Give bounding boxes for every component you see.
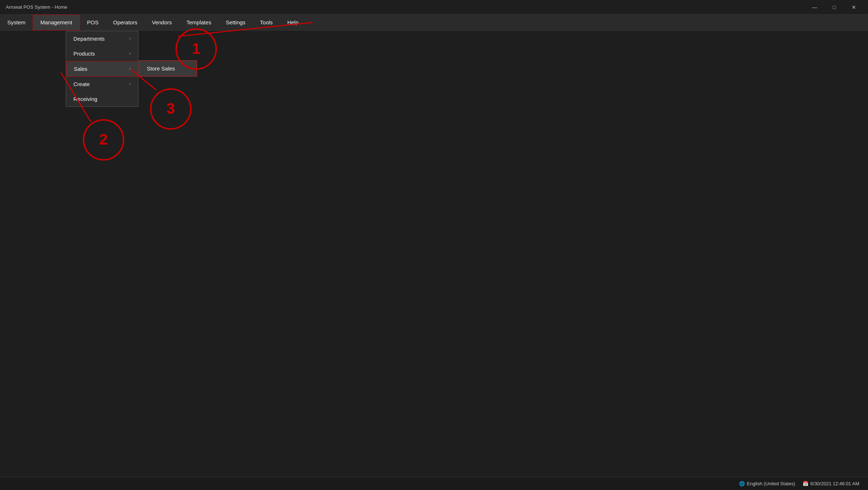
menu-system[interactable]: System	[0, 15, 33, 31]
chevron-right-icon: ›	[129, 66, 130, 71]
dropdown-create[interactable]: Create ›	[66, 77, 138, 92]
status-bar: 🌐 English (United States) 📅 6/30/2021 12…	[0, 477, 868, 490]
title-bar: Arrowat POS System - Home — □ ✕	[0, 0, 868, 15]
menu-tools[interactable]: Tools	[253, 15, 280, 31]
close-button[interactable]: ✕	[845, 2, 862, 13]
menu-pos[interactable]: POS	[80, 15, 106, 31]
datetime-status: 📅 6/30/2021 12:46:01 AM	[803, 481, 859, 486]
window-controls: — □ ✕	[806, 2, 862, 13]
menu-templates[interactable]: Templates	[179, 15, 218, 31]
window-title: Arrowat POS System - Home	[6, 4, 67, 10]
maximize-button[interactable]: □	[826, 2, 843, 13]
menu-operators[interactable]: Operators	[106, 15, 145, 31]
menu-vendors[interactable]: Vendors	[145, 15, 179, 31]
submenu-store-sales[interactable]: Store Sales	[139, 61, 197, 76]
sales-submenu: Store Sales	[139, 60, 197, 77]
language-icon: 🌐	[739, 481, 745, 486]
chevron-right-icon: ›	[129, 51, 131, 56]
calendar-icon: 📅	[803, 481, 808, 486]
menu-management[interactable]: Management Departments › Products › Sale…	[33, 15, 80, 31]
menu-bar: System Management Departments › Products…	[0, 15, 868, 31]
management-dropdown: Departments › Products › Sales › Create …	[66, 31, 138, 107]
chevron-right-icon: ›	[129, 81, 131, 86]
chevron-right-icon: ›	[129, 36, 131, 41]
menu-settings[interactable]: Settings	[218, 15, 253, 31]
language-status: 🌐 English (United States)	[739, 481, 795, 486]
menu-help[interactable]: Help	[280, 15, 306, 31]
dropdown-receiving[interactable]: Receiving	[66, 92, 138, 106]
minimize-button[interactable]: —	[806, 2, 823, 13]
dropdown-departments[interactable]: Departments ›	[66, 31, 138, 46]
dropdown-sales[interactable]: Sales ›	[66, 61, 138, 77]
dropdown-products[interactable]: Products ›	[66, 46, 138, 61]
